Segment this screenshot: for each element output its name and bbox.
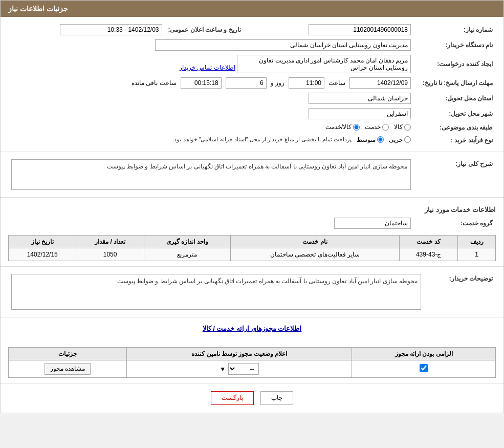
- page-container: جزئیات اطلاعات نیاز شماره نیاز: 11020014…: [0, 0, 504, 413]
- cell-date: 1402/12/15: [9, 248, 76, 261]
- form-row-province: استان محل تحویل: خراسان شمالی: [8, 91, 496, 106]
- category-option-khedmat[interactable]: خدمت: [365, 123, 389, 131]
- province-label: استان محل تحویل:: [414, 91, 496, 106]
- category-option-kala-khedmat[interactable]: کالا/خدمت: [325, 123, 360, 131]
- table-row: 1 ج-43-439 سایر فعالیت‌های تخصصی ساختمان…: [9, 248, 496, 261]
- form-row-category: طبقه بندی موضوعی: کالا خدمت کالا/خدمت: [8, 121, 496, 134]
- purchase-type-radio-motavasset[interactable]: [377, 136, 384, 143]
- col-required: الزامی بودن ارائه مجوز: [352, 348, 496, 360]
- back-button[interactable]: بازگشت: [211, 391, 254, 405]
- cell-details: مشاهده مجوز: [9, 360, 127, 378]
- buyer-notes-textarea[interactable]: محوطه سازی انبار امین آباد تعاون روستایی…: [11, 274, 421, 310]
- required-checkbox[interactable]: [420, 364, 428, 372]
- deadline-time-input: 11:00: [289, 77, 324, 89]
- cell-status: -- ▼: [127, 360, 352, 378]
- general-desc-row: شرح کلی نیاز: محوطه سازی انبار امین آباد…: [8, 157, 496, 192]
- services-header-row: ردیف کد خدمت نام خدمت واحد اندازه گیری ت…: [9, 236, 496, 248]
- city-label: شهر محل تحویل:: [414, 106, 496, 121]
- category-option-kala[interactable]: کالا: [394, 123, 411, 131]
- city-value: اسفراین: [8, 106, 414, 121]
- cell-quantity: 1050: [76, 248, 144, 261]
- form-row-requester: ایجاد کننده درخواست: مریم دهقان امان محم…: [8, 53, 496, 75]
- col-row-num: ردیف: [458, 236, 496, 248]
- purchase-type-jozi[interactable]: جزیی: [389, 136, 411, 143]
- announcement-date-label: تاریخ و ساعت اعلان عمومی:: [165, 22, 247, 37]
- buyer-org-input: مدیریت تعاون روستایی استان خراسان شمالی: [155, 39, 411, 51]
- services-section: اطلاعات خدمات مورد نیاز گروه خدمت: ساختم…: [1, 198, 503, 267]
- bottom-buttons-row: چاپ بازگشت: [1, 383, 503, 413]
- need-number-input: 1102001496000018: [309, 24, 411, 35]
- category-label: طبقه بندی موضوعی:: [414, 121, 496, 134]
- form-row-buyer-org: نام دستگاه خریدار: مدیریت تعاون روستایی …: [8, 37, 496, 53]
- category-radio-kala-khedmat[interactable]: [353, 124, 360, 131]
- license-section-title: اطلاعات مجوزهای ارائه خدمت / کالا: [8, 321, 496, 336]
- requester-input: مریم دهقان امان محمد کارشناس امور اداری …: [237, 55, 411, 73]
- deadline-remaining-input: 00:15:18: [181, 77, 222, 89]
- purchase-type-value: جزیی متوسط پرداخت تمام یا بخشی از مبلغ خ…: [8, 134, 414, 147]
- general-desc-label: شرح کلی نیاز:: [414, 157, 496, 192]
- services-section-title: اطلاعات خدمات مورد نیاز: [8, 203, 496, 216]
- license-table-header: الزامی بودن ارائه مجوز اعلام وضعیت مجوز …: [9, 348, 496, 360]
- license-table-body: -- ▼ مشاهده مجوز: [9, 360, 496, 378]
- status-select[interactable]: --: [228, 363, 259, 375]
- buyer-notes-section: توضیحات خریدار: محوطه سازی انبار امین آب…: [1, 267, 503, 317]
- requester-link[interactable]: اطلاعات تماس خریدار: [179, 64, 235, 71]
- table-row: -- ▼ مشاهده مجوز: [9, 360, 496, 378]
- page-header: جزئیات اطلاعات نیاز: [1, 1, 503, 17]
- services-table-body: 1 ج-43-439 سایر فعالیت‌های تخصصی ساختمان…: [9, 248, 496, 261]
- col-service-code: کد خدمت: [400, 236, 458, 248]
- city-input: اسفراین: [309, 108, 411, 119]
- requester-label: ایجاد کننده درخواست:: [414, 53, 496, 75]
- general-desc-table: شرح کلی نیاز: محوطه سازی انبار امین آباد…: [8, 157, 496, 192]
- license-section: الزامی بودن ارائه مجوز اعلام وضعیت مجوز …: [1, 339, 503, 383]
- category-radio-kala[interactable]: [404, 124, 411, 131]
- chevron-down-icon: ▼: [220, 366, 226, 373]
- deadline-remaining-label: ساعت باقی مانده: [132, 79, 177, 87]
- service-group-value: ساختمان: [8, 216, 414, 231]
- service-group-row: گروه خدمت: ساختمان: [8, 216, 496, 231]
- purchase-type-motavasset[interactable]: متوسط: [357, 136, 384, 143]
- cell-unit: مترمربع: [144, 248, 231, 261]
- view-license-button[interactable]: مشاهده مجوز: [45, 363, 91, 375]
- license-header-row: الزامی بودن ارائه مجوز اعلام وضعیت مجوز …: [9, 348, 496, 360]
- category-value: کالا خدمت کالا/خدمت: [8, 121, 414, 134]
- col-date: تاریخ نیاز: [9, 236, 76, 248]
- deadline-label: مهلت ارسال پاسخ: تا تاریخ:: [414, 75, 496, 91]
- deadline-inline: 1402/12/09 ساعت 11:00 روز و 6 00:15:18 س…: [11, 77, 411, 89]
- buyer-notes-label: توضیحات خریدار:: [424, 272, 496, 312]
- purchase-type-note: پرداخت تمام یا بخشی از مبلغ خریدار از مح…: [172, 136, 352, 143]
- announcement-date-input: 1402/12/03 - 10:33: [60, 24, 162, 35]
- deadline-days-input: 6: [226, 77, 267, 89]
- general-desc-textarea[interactable]: محوطه سازی انبار امین آباد تعاون روستایی…: [11, 159, 411, 190]
- purchase-type-radio-group: جزیی متوسط پرداخت تمام یا بخشی از مبلغ خ…: [172, 136, 411, 143]
- cell-service-name: سایر فعالیت‌های تخصصی ساختمان: [231, 248, 400, 261]
- license-section-title-row: اطلاعات مجوزهای ارائه خدمت / کالا: [1, 317, 503, 339]
- status-container: -- ▼: [131, 363, 347, 375]
- province-input: خراسان شمالی: [309, 93, 411, 104]
- category-radio-khedmat[interactable]: [382, 124, 389, 131]
- col-details: جزئیات: [9, 348, 127, 360]
- deadline-row: 1402/12/09 ساعت 11:00 روز و 6 00:15:18 س…: [8, 75, 414, 91]
- service-group-input: ساختمان: [334, 218, 411, 229]
- deadline-time-label: ساعت: [328, 79, 345, 87]
- need-number-value: 1102001496000018: [257, 22, 414, 37]
- cell-row-num: 1: [458, 248, 496, 261]
- deadline-date-input: 1402/12/09: [349, 77, 411, 89]
- buyer-notes-row: توضیحات خریدار: محوطه سازی انبار امین آب…: [8, 272, 496, 312]
- buyer-org-label: نام دستگاه خریدار:: [414, 37, 496, 53]
- col-quantity: تعداد / مقدار: [76, 236, 144, 248]
- cell-required: [352, 360, 496, 378]
- print-button[interactable]: چاپ: [260, 391, 293, 405]
- main-form-section: شماره نیاز: 1102001496000018 تاریخ و ساع…: [1, 17, 503, 152]
- col-service-name: نام خدمت: [231, 236, 400, 248]
- form-row-deadline: مهلت ارسال پاسخ: تا تاریخ: 1402/12/09 سا…: [8, 75, 496, 91]
- need-number-label: شماره نیاز:: [414, 22, 496, 37]
- form-row-purchase-type: نوع فرآیند خرید : جزیی متوسط پرداخت تمام…: [8, 134, 496, 147]
- purchase-type-radio-jozi[interactable]: [404, 136, 411, 143]
- announcement-date-value: 1402/12/03 - 10:33: [8, 22, 165, 37]
- service-group-table: گروه خدمت: ساختمان: [8, 216, 496, 231]
- requester-value: مریم دهقان امان محمد کارشناس امور اداری …: [8, 53, 414, 75]
- form-row-need-number: شماره نیاز: 1102001496000018 تاریخ و ساع…: [8, 22, 496, 37]
- general-desc-value: محوطه سازی انبار امین آباد تعاون روستایی…: [8, 157, 414, 192]
- services-data-table: ردیف کد خدمت نام خدمت واحد اندازه گیری ت…: [8, 235, 496, 261]
